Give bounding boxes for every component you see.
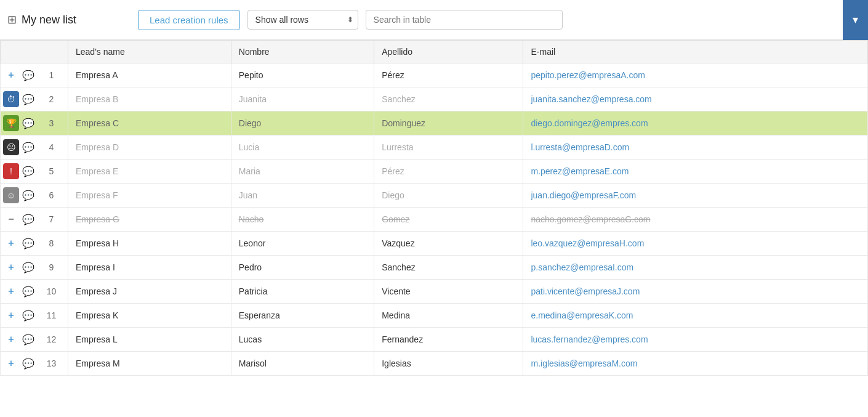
search-input[interactable] [366, 10, 563, 30]
show-rows-wrapper: Show all rows [247, 10, 358, 30]
table-row: ! 💬 5 Empresa E Maria Pérez m.perez@empr… [1, 160, 868, 184]
action-cell: + 💬 9 [1, 256, 68, 280]
action-button[interactable]: + [3, 259, 19, 275]
dropdown-button[interactable]: ▾ [843, 0, 868, 40]
comment-button[interactable]: 💬 [20, 139, 36, 155]
action-button[interactable]: ☺ [3, 187, 19, 203]
comment-button[interactable]: 💬 [20, 211, 36, 227]
lead-name-cell: Empresa J [68, 280, 231, 304]
apellido-cell: Sanchez [374, 87, 523, 111]
apellido-cell: Pérez [374, 160, 523, 184]
email-link[interactable]: juan.diego@empresaF.com [531, 190, 636, 200]
lead-name-cell: Empresa B [68, 87, 231, 111]
comment-icon: 💬 [22, 118, 34, 129]
table-container: Lead's name Nombre Apellido E-mail + 💬 1… [0, 40, 868, 376]
action-button[interactable]: ☹ [3, 139, 19, 155]
action-button[interactable]: − [3, 211, 19, 227]
lead-name-cell: Empresa F [68, 184, 231, 208]
apellido-cell: Dominguez [374, 111, 523, 136]
nombre-cell: Esperanza [231, 304, 374, 328]
email-cell: diego.domingez@empres.com [523, 111, 868, 136]
email-cell: lucas.fernandez@empres.com [523, 328, 868, 352]
action-button[interactable]: ⏱ [3, 91, 19, 107]
action-cell: ☺ 💬 6 [1, 184, 68, 208]
action-button[interactable]: + [3, 283, 19, 299]
email-link[interactable]: leo.vazquez@empresaH.com [531, 238, 644, 248]
lead-name-cell: Empresa K [68, 304, 231, 328]
action-cell: + 💬 10 [1, 280, 68, 304]
title-area: ⊞ My new list [7, 13, 131, 26]
nombre-cell: Marisol [231, 352, 374, 376]
comment-icon: 💬 [22, 94, 34, 105]
lead-name-cell: Empresa C [68, 111, 231, 136]
comment-button[interactable]: 💬 [20, 115, 36, 131]
email-link[interactable]: p.sanchez@empresaI.com [531, 262, 633, 272]
email-cell: pati.vicente@empresaJ.com [523, 280, 868, 304]
comment-button[interactable]: 💬 [20, 67, 36, 83]
comment-button[interactable]: 💬 [20, 187, 36, 203]
email-link[interactable]: lucas.fernandez@empres.com [531, 334, 648, 344]
lead-name-cell: Empresa D [68, 136, 231, 160]
email-cell: nacho.gomez@empresaG.com [523, 208, 868, 232]
lead-creation-rules-button[interactable]: Lead creation rules [138, 10, 240, 30]
action-cell: ⏱ 💬 2 [1, 87, 68, 111]
apellido-cell: Sanchez [374, 256, 523, 280]
nombre-cell: Diego [231, 111, 374, 136]
email-link[interactable]: diego.domingez@empres.com [531, 118, 648, 128]
comment-icon: 💬 [22, 214, 34, 225]
action-button[interactable]: 🏆 [3, 115, 19, 131]
action-cell: + 💬 11 [1, 304, 68, 328]
comment-button[interactable]: 💬 [20, 259, 36, 275]
comment-icon: 💬 [22, 166, 34, 177]
apellido-cell: Vicente [374, 280, 523, 304]
action-button[interactable]: + [3, 331, 19, 347]
action-button[interactable]: + [3, 355, 19, 371]
comment-button[interactable]: 💬 [20, 331, 36, 347]
table-row: + 💬 9 Empresa I Pedro Sanchez p.sanchez@… [1, 256, 868, 280]
row-number: 1 [38, 70, 65, 80]
nombre-cell: Nacho [231, 208, 374, 232]
row-number: 13 [38, 358, 65, 368]
comment-button[interactable]: 💬 [20, 235, 36, 251]
email-link[interactable]: pepito.perez@empresaA.com [531, 70, 645, 80]
comment-icon: 💬 [22, 190, 34, 201]
nombre-cell: Lucia [231, 136, 374, 160]
lead-name-cell: Empresa L [68, 328, 231, 352]
col-lead-name: Lead's name [68, 41, 231, 63]
comment-button[interactable]: 💬 [20, 307, 36, 323]
lead-name-cell: Empresa E [68, 160, 231, 184]
action-cell: + 💬 1 [1, 63, 68, 87]
chevron-down-icon: ▾ [853, 13, 858, 26]
data-table: Lead's name Nombre Apellido E-mail + 💬 1… [0, 40, 868, 376]
apellido-cell: Diego [374, 184, 523, 208]
email-cell: juanita.sanchez@empresa.com [523, 87, 868, 111]
email-cell: p.sanchez@empresaI.com [523, 256, 868, 280]
email-link[interactable]: juanita.sanchez@empresa.com [531, 94, 651, 104]
action-button[interactable]: ! [3, 163, 19, 179]
comment-icon: 💬 [22, 358, 34, 370]
action-button[interactable]: + [3, 307, 19, 323]
comment-button[interactable]: 💬 [20, 355, 36, 371]
show-rows-select[interactable]: Show all rows [247, 10, 358, 30]
email-link[interactable]: e.medina@empresaK.com [531, 310, 633, 320]
email-link[interactable]: nacho.gomez@empresaG.com [531, 214, 650, 224]
action-cell: + 💬 13 [1, 352, 68, 376]
nombre-cell: Pedro [231, 256, 374, 280]
row-number: 6 [38, 190, 65, 200]
email-link[interactable]: m.perez@empresaE.com [531, 166, 629, 176]
email-link[interactable]: l.urresta@empresaD.com [531, 142, 629, 152]
comment-button[interactable]: 💬 [20, 283, 36, 299]
row-number: 9 [38, 262, 65, 272]
row-number: 7 [38, 214, 65, 224]
email-link[interactable]: pati.vicente@empresaJ.com [531, 286, 640, 296]
comment-icon: 💬 [22, 310, 34, 322]
comment-icon: 💬 [22, 286, 34, 298]
comment-button[interactable]: 💬 [20, 91, 36, 107]
comment-button[interactable]: 💬 [20, 163, 36, 179]
nombre-cell: Pepito [231, 63, 374, 87]
lead-name-cell: Empresa G [68, 208, 231, 232]
action-button[interactable]: + [3, 235, 19, 251]
table-row: + 💬 1 Empresa A Pepito Pérez pepito.pere… [1, 63, 868, 87]
email-link[interactable]: m.iglesias@empresaM.com [531, 358, 637, 368]
action-button[interactable]: + [3, 67, 19, 83]
